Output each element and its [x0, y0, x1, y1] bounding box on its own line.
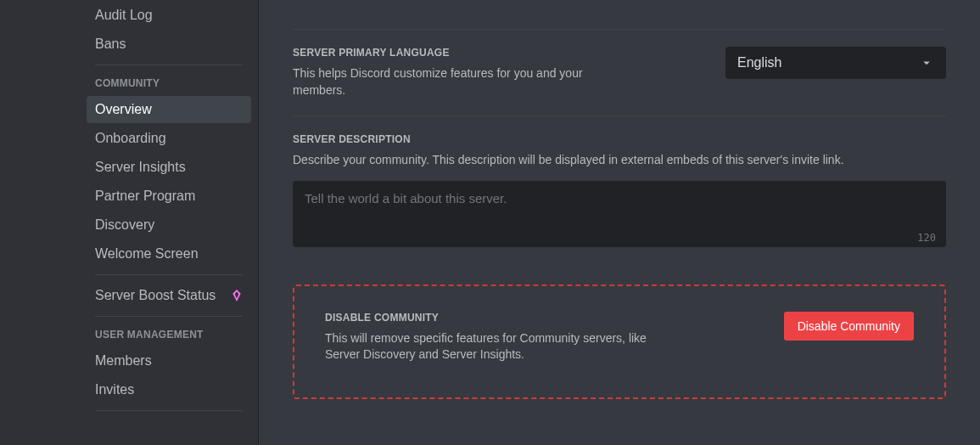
server-description-textarea[interactable] [293, 181, 946, 247]
section-disable-community: Disable Community This will remove speci… [293, 284, 946, 399]
sidebar-item-label: Bans [95, 36, 126, 53]
sidebar-item-members[interactable]: Members [87, 347, 251, 375]
sidebar-item-onboarding[interactable]: Onboarding [87, 125, 251, 152]
disable-community-button[interactable]: Disable Community [784, 312, 914, 341]
section-server-description: Server Description Describe your communi… [293, 116, 946, 268]
chevron-down-icon [919, 55, 934, 70]
sidebar-item-partner-program[interactable]: Partner Program [87, 183, 251, 210]
sidebar-item-server-boost-status[interactable]: Server Boost Status [87, 282, 251, 309]
sidebar-item-label: Members [95, 352, 152, 369]
sidebar-item-invites[interactable]: Invites [87, 376, 251, 403]
section-title-disable: Disable Community [325, 312, 664, 324]
sidebar-item-label: Partner Program [95, 188, 195, 205]
sidebar-separator [95, 316, 243, 317]
section-desc-disable: This will remove specific features for C… [325, 330, 664, 363]
language-select[interactable]: English [725, 47, 946, 79]
sidebar-item-discovery[interactable]: Discovery [87, 211, 251, 239]
char-count: 120 [917, 232, 936, 244]
sidebar-separator [95, 65, 243, 65]
sidebar-item-label: Invites [95, 381, 134, 398]
section-primary-language: Server Primary Language This helps Disco… [293, 30, 946, 115]
sidebar-item-label: Overview [95, 101, 152, 118]
settings-sidebar: Audit Log Bans Community Overview Onboar… [80, 0, 258, 445]
sidebar-item-label: Welcome Screen [95, 245, 199, 262]
settings-content: Server Primary Language This helps Disco… [259, 0, 980, 445]
sidebar-item-overview[interactable]: Overview [87, 96, 251, 123]
settings-sidebar-region: Audit Log Bans Community Overview Onboar… [0, 0, 259, 445]
sidebar-separator [95, 274, 243, 275]
language-select-value: English [737, 55, 781, 70]
boost-gem-icon [231, 290, 243, 301]
sidebar-header-community: Community [87, 72, 251, 94]
section-desc-language: This helps Discord customize features fo… [293, 65, 615, 99]
section-title-language: Server Primary Language [293, 47, 615, 59]
sidebar-item-audit-log[interactable]: Audit Log [87, 2, 251, 29]
app-root: Audit Log Bans Community Overview Onboar… [0, 0, 980, 445]
section-title-description: Server Description [293, 133, 946, 145]
sidebar-item-label: Server Insights [95, 159, 186, 176]
section-desc-description: Describe your community. This descriptio… [293, 152, 946, 169]
sidebar-item-label: Onboarding [95, 130, 166, 147]
sidebar-item-label: Audit Log [95, 7, 153, 24]
sidebar-item-welcome-screen[interactable]: Welcome Screen [87, 240, 251, 268]
sidebar-item-label: Discovery [95, 217, 154, 234]
sidebar-item-server-insights[interactable]: Server Insights [87, 154, 251, 181]
sidebar-item-label: Server Boost Status [95, 287, 216, 304]
sidebar-separator [95, 410, 243, 411]
sidebar-item-bans[interactable]: Bans [87, 31, 251, 58]
sidebar-header-user-management: User Management [87, 324, 251, 346]
